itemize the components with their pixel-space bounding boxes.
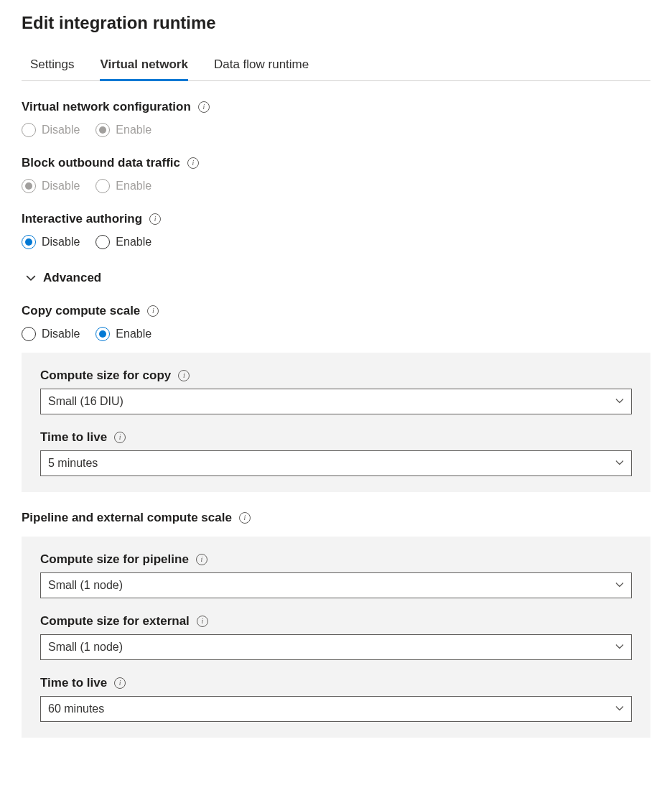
chevron-down-icon [26, 273, 36, 283]
copy-compute-scale-radio-group: Disable Enable [22, 327, 650, 341]
block-outbound-label: Block outbound data traffic i [22, 156, 650, 170]
compute-size-copy-label-text: Compute size for copy [40, 368, 171, 383]
radio-circle-icon [95, 179, 110, 193]
vnet-config-radio-group: Disable Enable [22, 123, 650, 137]
interactive-authoring-radio-group: Disable Enable [22, 235, 650, 249]
radio-circle-icon [22, 123, 36, 137]
info-icon[interactable]: i [198, 101, 210, 113]
compute-size-external-label-text: Compute size for external [40, 614, 190, 628]
block-outbound-enable-radio: Enable [95, 179, 151, 193]
chevron-down-icon [615, 457, 624, 470]
chevron-down-icon [615, 395, 624, 408]
radio-label: Enable [116, 124, 151, 136]
page-title: Edit integration runtime [22, 13, 650, 33]
radio-circle-icon [22, 179, 36, 193]
chevron-down-icon [615, 579, 624, 592]
interactive-authoring-label: Interactive authoring i [22, 212, 650, 226]
compute-size-pipeline-label: Compute size for pipeline i [40, 552, 632, 567]
compute-size-copy-label: Compute size for copy i [40, 368, 632, 383]
copy-compute-scale-label: Copy compute scale i [22, 304, 650, 318]
vnet-config-label: Virtual network configuration i [22, 100, 650, 114]
interactive-authoring-enable-radio[interactable]: Enable [95, 235, 151, 249]
block-outbound-radio-group: Disable Enable [22, 179, 650, 193]
radio-label: Enable [116, 236, 151, 249]
info-icon[interactable]: i [197, 616, 208, 627]
radio-label: Disable [42, 124, 80, 136]
pipeline-ttl-select[interactable]: 60 minutes [40, 696, 632, 722]
info-icon[interactable]: i [196, 554, 207, 565]
copy-compute-scale-label-text: Copy compute scale [22, 304, 140, 318]
vnet-config-enable-radio: Enable [95, 123, 151, 137]
compute-size-copy-select[interactable]: Small (16 DIU) [40, 389, 632, 414]
info-icon[interactable]: i [187, 157, 199, 169]
compute-size-external-select[interactable]: Small (1 node) [40, 634, 632, 660]
select-value: Small (16 DIU) [48, 395, 123, 408]
copy-ttl-label: Time to live i [40, 430, 632, 445]
radio-circle-icon [22, 327, 36, 341]
pipeline-ttl-label-text: Time to live [40, 676, 107, 690]
radio-circle-icon [22, 235, 36, 249]
radio-label: Disable [42, 236, 80, 249]
radio-circle-icon [95, 123, 110, 137]
radio-label: Enable [116, 180, 151, 192]
copy-compute-scale-disable-radio[interactable]: Disable [22, 327, 80, 341]
interactive-authoring-disable-radio[interactable]: Disable [22, 235, 80, 249]
pipeline-external-scale-label: Pipeline and external compute scale i [22, 511, 650, 525]
select-value: Small (1 node) [48, 579, 123, 592]
copy-compute-scale-enable-radio[interactable]: Enable [95, 327, 151, 341]
compute-size-pipeline-label-text: Compute size for pipeline [40, 552, 189, 567]
select-value: Small (1 node) [48, 641, 123, 654]
tab-bar: Settings Virtual network Data flow runti… [22, 50, 650, 81]
vnet-config-label-text: Virtual network configuration [22, 100, 191, 114]
info-icon[interactable]: i [239, 512, 251, 524]
chevron-down-icon [615, 641, 624, 654]
radio-circle-icon [95, 327, 110, 341]
tab-virtual-network[interactable]: Virtual network [100, 50, 188, 81]
radio-label: Disable [42, 328, 80, 340]
radio-circle-icon [95, 235, 110, 249]
interactive-authoring-label-text: Interactive authoring [22, 212, 142, 226]
radio-label: Disable [42, 180, 80, 192]
block-outbound-disable-radio: Disable [22, 179, 80, 193]
compute-size-pipeline-select[interactable]: Small (1 node) [40, 572, 632, 598]
tab-data-flow-runtime[interactable]: Data flow runtime [214, 50, 309, 81]
copy-ttl-select[interactable]: 5 minutes [40, 450, 632, 476]
select-value: 60 minutes [48, 702, 104, 715]
vnet-config-disable-radio: Disable [22, 123, 80, 137]
copy-compute-panel: Compute size for copy i Small (16 DIU) T… [22, 353, 650, 492]
tab-settings[interactable]: Settings [30, 50, 74, 81]
radio-label: Enable [116, 328, 151, 340]
pipeline-external-scale-label-text: Pipeline and external compute scale [22, 511, 232, 525]
info-icon[interactable]: i [147, 305, 159, 317]
copy-ttl-label-text: Time to live [40, 430, 107, 445]
pipeline-ttl-label: Time to live i [40, 676, 632, 690]
chevron-down-icon [615, 702, 624, 715]
compute-size-external-label: Compute size for external i [40, 614, 632, 628]
info-icon[interactable]: i [149, 213, 161, 225]
advanced-label: Advanced [43, 271, 101, 285]
info-icon[interactable]: i [114, 677, 126, 689]
info-icon[interactable]: i [178, 370, 190, 381]
block-outbound-label-text: Block outbound data traffic [22, 156, 180, 170]
pipeline-external-panel: Compute size for pipeline i Small (1 nod… [22, 537, 650, 738]
advanced-toggle[interactable]: Advanced [26, 271, 650, 285]
select-value: 5 minutes [48, 457, 98, 470]
info-icon[interactable]: i [114, 432, 126, 443]
